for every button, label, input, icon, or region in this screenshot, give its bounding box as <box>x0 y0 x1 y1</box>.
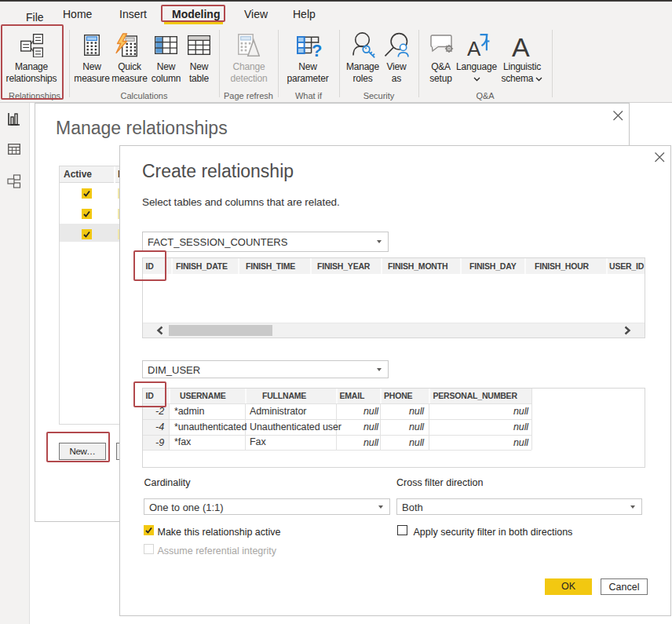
svg-text:?: ? <box>312 40 322 60</box>
svg-text:A: A <box>467 37 481 60</box>
svg-text:A: A <box>512 32 530 62</box>
